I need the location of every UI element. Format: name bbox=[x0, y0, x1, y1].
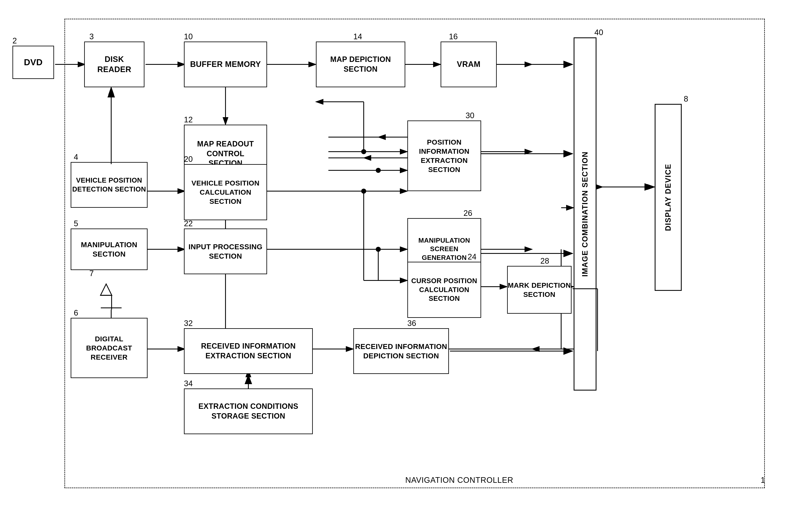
disk-reader-label: DISKREADER bbox=[97, 54, 131, 75]
received-info-depict-block: RECEIVED INFORMATIONDEPICTION SECTION bbox=[353, 328, 449, 374]
buffer-memory-label: BUFFER MEMORY bbox=[190, 59, 261, 69]
image-combination-label: IMAGE COMBINATION SECTION bbox=[581, 151, 589, 276]
vram-label: VRAM bbox=[457, 59, 481, 69]
mark-depiction-block: MARK DEPICTIONSECTION bbox=[507, 266, 572, 314]
digital-broadcast-num: 6 bbox=[74, 308, 78, 318]
vehicle-pos-detect-num: 4 bbox=[74, 153, 78, 161]
digital-broadcast-label: DIGITALBROADCASTRECEIVER bbox=[86, 334, 132, 362]
vehicle-pos-detect-block: VEHICLE POSITIONDETECTION SECTION bbox=[71, 162, 148, 208]
vehicle-pos-calc-num: 20 bbox=[184, 155, 193, 164]
vram-num: 16 bbox=[449, 32, 458, 41]
disk-reader-block: DISKREADER bbox=[84, 41, 144, 87]
mark-depiction-label: MARK DEPICTIONSECTION bbox=[508, 281, 571, 299]
dvd-label: DVD bbox=[24, 57, 42, 68]
dvd-block: DVD bbox=[12, 46, 54, 79]
map-readout-num: 12 bbox=[184, 115, 193, 124]
vehicle-pos-calc-block: VEHICLE POSITIONCALCULATIONSECTION bbox=[184, 164, 267, 220]
position-info-block: POSITIONINFORMATIONEXTRACTIONSECTION bbox=[407, 120, 481, 191]
received-info-extract-num: 32 bbox=[184, 319, 193, 328]
display-device-label: DISPLAY DEVICE bbox=[664, 164, 672, 231]
antenna-symbol: △ bbox=[100, 278, 113, 298]
vram-block: VRAM bbox=[441, 41, 497, 87]
map-depiction-label: MAP DEPICTIONSECTION bbox=[330, 55, 391, 74]
extraction-cond-label: EXTRACTION CONDITIONSSTORAGE SECTION bbox=[199, 401, 298, 421]
cursor-pos-num: 24 bbox=[468, 252, 476, 261]
position-info-num: 30 bbox=[466, 111, 474, 120]
received-info-extract-label: RECEIVED INFORMATIONEXTRACTION SECTION bbox=[201, 341, 295, 361]
antenna-num: 7 bbox=[89, 269, 94, 278]
input-processing-num: 22 bbox=[184, 219, 193, 228]
diagram: NAVIGATION CONTROLLER 1 bbox=[0, 0, 812, 510]
image-combination-num: 40 bbox=[594, 28, 603, 37]
position-info-label: POSITIONINFORMATIONEXTRACTIONSECTION bbox=[419, 138, 469, 174]
map-depiction-num: 14 bbox=[353, 32, 362, 41]
dvd-num: 2 bbox=[12, 36, 17, 45]
received-info-depict-num: 36 bbox=[407, 319, 416, 328]
display-device-block: DISPLAY DEVICE bbox=[655, 104, 682, 291]
vehicle-pos-detect-label: VEHICLE POSITIONDETECTION SECTION bbox=[72, 176, 146, 194]
disk-reader-num: 3 bbox=[89, 32, 94, 41]
input-processing-label: INPUT PROCESSINGSECTION bbox=[188, 242, 262, 261]
received-info-extract-block: RECEIVED INFORMATIONEXTRACTION SECTION bbox=[184, 328, 313, 374]
received-info-depict-label: RECEIVED INFORMATIONDEPICTION SECTION bbox=[355, 342, 447, 361]
map-depiction-block: MAP DEPICTIONSECTION bbox=[316, 41, 405, 87]
image-combination-block: IMAGE COMBINATION SECTION bbox=[574, 37, 597, 391]
extraction-cond-block: EXTRACTION CONDITIONSSTORAGE SECTION bbox=[184, 388, 313, 434]
mark-depiction-num: 28 bbox=[540, 257, 549, 266]
extraction-cond-num: 34 bbox=[184, 379, 193, 388]
input-processing-block: INPUT PROCESSINGSECTION bbox=[184, 229, 267, 274]
manipulation-section-label: MANIPULATIONSECTION bbox=[81, 240, 137, 259]
buffer-memory-num: 10 bbox=[184, 32, 193, 41]
manipulation-screen-num: 26 bbox=[463, 209, 472, 218]
vehicle-pos-calc-label: VEHICLE POSITIONCALCULATIONSECTION bbox=[192, 178, 259, 206]
cursor-pos-block: CURSOR POSITIONCALCULATIONSECTION bbox=[407, 262, 481, 318]
display-device-num: 8 bbox=[684, 94, 688, 103]
digital-broadcast-block: DIGITALBROADCASTRECEIVER bbox=[71, 318, 148, 378]
manipulation-section-num: 5 bbox=[74, 219, 78, 228]
antenna-base bbox=[101, 307, 122, 308]
manipulation-section-block: MANIPULATIONSECTION bbox=[71, 229, 148, 270]
buffer-memory-block: BUFFER MEMORY bbox=[184, 41, 267, 87]
cursor-pos-label: CURSOR POSITIONCALCULATIONSECTION bbox=[411, 276, 477, 303]
